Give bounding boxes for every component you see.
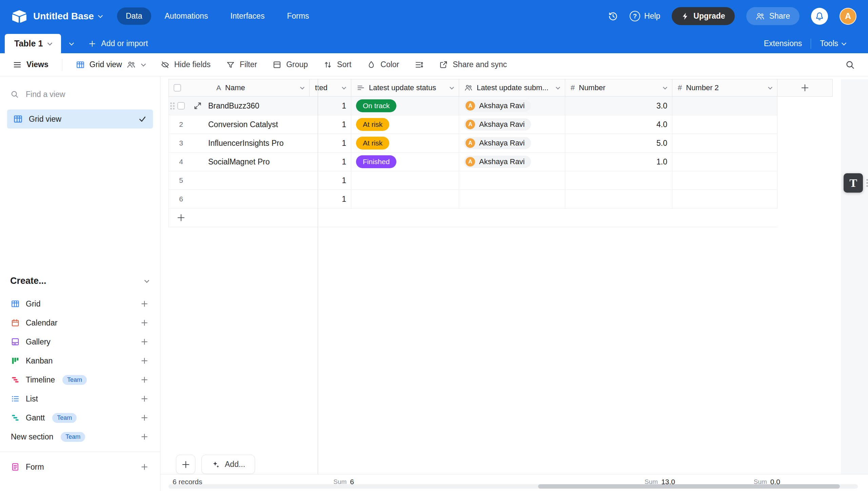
cell-submitter[interactable]: A Akshaya Ravi [459, 153, 565, 171]
chevron-down-icon[interactable] [450, 85, 454, 90]
cell-number-2[interactable] [672, 171, 777, 190]
sidebar-item-grid[interactable]: Grid [0, 294, 160, 313]
cell-name[interactable]: 5 [169, 171, 310, 190]
base-name[interactable]: Untitled Base [33, 11, 102, 22]
scrollbar-thumb[interactable] [538, 484, 840, 489]
sidebar-item-new-section[interactable]: New section Team [0, 427, 160, 446]
sidebar-item-gallery[interactable]: Gallery [0, 332, 160, 351]
table-row[interactable]: 5 1 [169, 171, 777, 190]
cell-number[interactable]: 5.0 [565, 134, 672, 152]
table-row[interactable]: 6 1 [169, 190, 777, 209]
plus-icon[interactable] [140, 376, 149, 384]
cell-number-2[interactable] [672, 97, 777, 115]
cell-number[interactable] [565, 171, 672, 190]
table-row[interactable]: BrandBuzz360 1 On track A Akshaya Ravi 3… [169, 97, 777, 115]
cell-name[interactable]: 2 Conversion Catalyst [169, 115, 310, 134]
column-header-name[interactable]: A Name [169, 79, 310, 97]
cell-submitter[interactable]: A Akshaya Ravi [459, 115, 565, 134]
expand-record-icon[interactable] [193, 101, 202, 110]
text-tool-button[interactable]: T [844, 173, 863, 193]
plus-icon[interactable] [140, 463, 149, 471]
cell-name[interactable]: 4 SocialMagnet Pro [169, 153, 310, 171]
nav-tab-automations[interactable]: Automations [156, 7, 217, 25]
sidebar-item-kanban[interactable]: Kanban [0, 351, 160, 370]
add-record-button[interactable] [176, 455, 195, 474]
airtable-logo-icon[interactable] [12, 8, 27, 24]
plus-icon[interactable] [140, 395, 149, 403]
cell-status[interactable] [351, 190, 459, 208]
sidebar-item-calendar[interactable]: Calendar [0, 313, 160, 332]
cell-tted[interactable]: 1 [310, 134, 351, 152]
cell-name[interactable]: 6 [169, 190, 310, 208]
column-header-latest-update-status[interactable]: Latest update status [351, 79, 459, 97]
table-row[interactable]: 3 InfluencerInsights Pro 1 At risk A Aks… [169, 134, 777, 153]
nav-tab-interfaces[interactable]: Interfaces [221, 7, 273, 25]
notifications-button[interactable] [811, 8, 828, 25]
tools-button[interactable]: Tools [811, 39, 854, 48]
sidebar-item-form[interactable]: Form [0, 457, 160, 476]
cell-number[interactable]: 3.0 [565, 97, 672, 115]
find-view-search[interactable] [10, 86, 150, 102]
cell-number[interactable]: 4.0 [565, 115, 672, 134]
column-header-number-2[interactable]: # Number 2 [672, 79, 777, 97]
select-all-checkbox[interactable] [174, 84, 181, 92]
row-height-button[interactable] [415, 60, 423, 69]
cell-tted[interactable]: 1 [310, 153, 351, 171]
chevron-down-icon[interactable] [47, 40, 52, 45]
cell-number-2[interactable] [672, 190, 777, 208]
add-or-import-button[interactable]: Add or import [82, 34, 154, 53]
chevron-down-icon[interactable] [768, 85, 772, 90]
cell-status[interactable]: On track [351, 97, 459, 115]
sidebar-item-grid-view[interactable]: Grid view [7, 110, 153, 129]
table-row[interactable]: 2 Conversion Catalyst 1 At risk A Akshay… [169, 115, 777, 134]
plus-icon[interactable] [140, 319, 149, 327]
plus-icon[interactable] [140, 414, 149, 422]
hide-fields-button[interactable]: Hide fields [161, 60, 211, 69]
upgrade-button[interactable]: Upgrade [672, 7, 734, 25]
cell-submitter[interactable] [459, 190, 565, 208]
search-icon[interactable] [845, 60, 855, 70]
chevron-down-icon[interactable] [342, 85, 346, 90]
cell-name[interactable]: BrandBuzz360 [169, 97, 310, 115]
help-button[interactable]: ? Help [630, 11, 660, 21]
cell-submitter[interactable]: A Akshaya Ravi [459, 97, 565, 115]
extensions-button[interactable]: Extensions [755, 39, 811, 48]
chevron-down-icon[interactable] [663, 85, 667, 90]
cell-tted[interactable]: 1 [310, 171, 351, 190]
cell-submitter[interactable] [459, 171, 565, 190]
cell-number-2[interactable] [672, 134, 777, 152]
history-icon[interactable] [608, 11, 618, 21]
group-button[interactable]: Group [273, 60, 308, 69]
drag-handle[interactable] [170, 102, 175, 110]
table-tab[interactable]: Table 1 [5, 34, 61, 53]
nav-tab-data[interactable]: Data [117, 7, 151, 25]
sidebar-item-list[interactable]: List [0, 389, 160, 408]
cell-tted[interactable]: 1 [310, 115, 351, 134]
column-header-tted[interactable]: tted [310, 79, 351, 97]
plus-icon[interactable] [140, 300, 149, 308]
cell-status[interactable]: At risk [351, 134, 459, 152]
cell-tted[interactable]: 1 [310, 97, 351, 115]
current-view-button[interactable]: Grid view [76, 60, 145, 69]
share-and-sync-button[interactable]: Share and sync [439, 60, 507, 69]
plus-icon[interactable] [140, 433, 149, 441]
plus-icon[interactable] [140, 338, 149, 346]
column-header-latest-update-submitter[interactable]: Latest update subm... [459, 79, 565, 97]
sort-button[interactable]: Sort [323, 60, 351, 69]
row-checkbox[interactable] [177, 102, 185, 110]
cell-name[interactable]: 3 InfluencerInsights Pro [169, 134, 310, 152]
sidebar-item-gantt[interactable]: Gantt Team [0, 408, 160, 427]
nav-tab-forms[interactable]: Forms [278, 7, 318, 25]
horizontal-scrollbar[interactable] [169, 484, 858, 489]
cell-tted[interactable]: 1 [310, 190, 351, 208]
column-header-number[interactable]: # Number [565, 79, 672, 97]
cell-status[interactable] [351, 171, 459, 190]
table-list-dropdown[interactable] [61, 34, 82, 53]
cell-number-2[interactable] [672, 153, 777, 171]
chevron-down-icon[interactable] [300, 85, 304, 90]
user-avatar[interactable]: A [840, 8, 856, 25]
frozen-column-divider[interactable] [318, 79, 318, 474]
find-view-input[interactable] [25, 90, 127, 99]
drag-handle[interactable] [866, 179, 868, 187]
cell-status[interactable]: Finished [351, 153, 459, 171]
